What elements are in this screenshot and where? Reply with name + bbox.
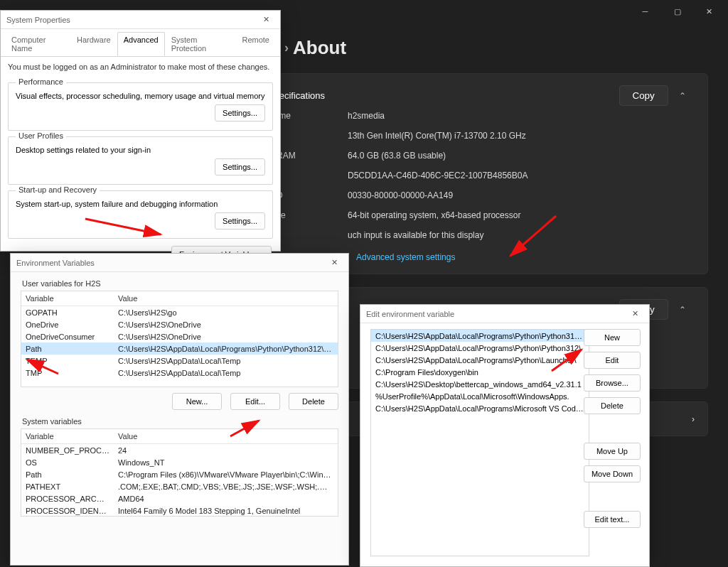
table-row[interactable]: OneDrive C:\Users\H2S\OneDrive <box>21 318 338 330</box>
list-item[interactable]: C:\Users\H2S\AppData\Local\Programs\Pyth… <box>371 342 589 354</box>
var-name: PROCESSOR_ARCHITECTU... <box>21 492 114 504</box>
var-name: OneDriveConsumer <box>21 330 114 342</box>
table-row[interactable]: PATHEXT .COM;.EXE;.BAT;.CMD;.VBS;.VBE;.J… <box>21 480 338 492</box>
environment-variables-dialog: Environment Variables ✕ User variables f… <box>10 253 349 566</box>
table-row[interactable]: PROCESSOR_IDENTIFIER Intel64 Family 6 Mo… <box>21 504 338 517</box>
group-legend: Start-up and Recovery <box>16 185 100 194</box>
list-item[interactable]: C:\Users\H2S\Desktop\bettercap_windows_a… <box>371 378 589 390</box>
close-icon[interactable]: ✕ <box>693 1 725 22</box>
var-name: TMP <box>21 367 114 379</box>
tab-system-protection[interactable]: System Protection <box>165 32 236 56</box>
sys-vars-table[interactable]: Variable Value NUMBER_OF_PROCESSORS 24OS… <box>21 428 338 517</box>
profiles-settings-button[interactable]: Settings... <box>215 158 265 176</box>
chevron-right-icon: › <box>284 40 289 55</box>
var-value: Intel64 Family 6 Model 183 Stepping 1, G… <box>114 504 338 517</box>
edit-entry-button[interactable]: Edit <box>584 352 641 369</box>
user-vars-label: User variables for H2S <box>11 272 348 291</box>
var-name: TEMP <box>21 355 114 367</box>
minimize-icon[interactable]: ─ <box>629 1 661 22</box>
group-legend: Performance <box>16 77 66 86</box>
list-item[interactable]: C:\Users\H2S\AppData\Local\Programs\Micr… <box>371 402 589 414</box>
spec-label <box>269 230 348 240</box>
user-profiles-group: User Profiles Desktop settings related t… <box>8 136 273 185</box>
spec-value: uch input is available for this display <box>348 230 483 240</box>
list-item[interactable]: C:\Users\H2S\AppData\Local\Programs\Pyth… <box>371 354 589 366</box>
about-heading: About <box>293 37 346 59</box>
spec-row: name h2smedia <box>269 106 695 126</box>
move-up-button[interactable]: Move Up <box>584 443 641 460</box>
spec-row: d RAM 64.0 GB (63.8 GB usable) <box>269 146 695 166</box>
delete-entry-button[interactable]: Delete <box>584 397 641 414</box>
spec-label: name <box>269 111 348 121</box>
tab-hardware[interactable]: Hardware <box>70 32 117 56</box>
col-value[interactable]: Value <box>114 291 338 306</box>
var-name: NUMBER_OF_PROCESSORS <box>21 444 114 457</box>
close-icon[interactable]: ✕ <box>326 256 343 270</box>
var-value: C:\Users\H2S\AppData\Local\Temp <box>114 355 338 367</box>
table-row[interactable]: OS Windows_NT <box>21 456 338 468</box>
startup-settings-button[interactable]: Settings... <box>215 212 265 230</box>
table-row[interactable]: PROCESSOR_ARCHITECTU... AMD64 <box>21 492 338 504</box>
var-value: C:\Users\H2S\go <box>114 306 338 319</box>
advanced-system-settings-link[interactable]: Advanced system settings <box>356 252 455 262</box>
col-value[interactable]: Value <box>114 429 338 444</box>
spec-row: or 13th Gen Intel(R) Core(TM) i7-13700 2… <box>269 126 695 146</box>
dialog-title: Edit environment variable <box>366 310 454 318</box>
move-down-button[interactable]: Move Down <box>584 465 641 482</box>
spec-row: type 64-bit operating system, x64-based … <box>269 205 695 225</box>
admin-note: You must be logged on as an Administrato… <box>1 57 280 77</box>
table-row[interactable]: TMP C:\Users\H2S\AppData\Local\Temp <box>21 367 338 379</box>
dialog-title: Environment Variables <box>16 259 95 267</box>
table-row[interactable]: TEMP C:\Users\H2S\AppData\Local\Temp <box>21 355 338 367</box>
list-item[interactable]: C:\Users\H2S\AppData\Local\Programs\Pyth… <box>371 330 589 342</box>
list-item[interactable]: C:\Program Files\doxygen\bin <box>371 366 589 378</box>
close-icon[interactable]: ✕ <box>626 307 643 321</box>
var-name: PROCESSOR_IDENTIFIER <box>21 504 114 517</box>
tab-remote[interactable]: Remote <box>235 32 276 56</box>
performance-settings-button[interactable]: Settings... <box>215 104 265 122</box>
spec-label: or <box>269 131 348 141</box>
chevron-up-icon[interactable]: ⌃ <box>670 301 695 319</box>
edit-text-button[interactable]: Edit text... <box>584 511 641 528</box>
var-value: C:\Program Files (x86)\VMware\VMware Pla… <box>114 468 338 480</box>
spec-value: h2smedia <box>348 111 385 121</box>
spec-value: D5CDD1AA-C46D-406C-9EC2-1007B4856B0A <box>348 171 528 180</box>
new-entry-button[interactable]: New <box>584 329 641 346</box>
maximize-icon[interactable]: ▢ <box>661 1 693 22</box>
startup-group: Start-up and Recovery System start-up, s… <box>8 190 273 239</box>
table-row[interactable]: NUMBER_OF_PROCESSORS 24 <box>21 444 338 457</box>
user-vars-table[interactable]: Variable Value GOPATH C:\Users\H2S\goOne… <box>21 291 338 387</box>
path-entries-list[interactable]: C:\Users\H2S\AppData\Local\Programs\Pyth… <box>370 329 589 556</box>
chevron-up-icon[interactable]: ⌃ <box>670 87 695 105</box>
close-icon[interactable]: ✕ <box>257 13 274 27</box>
user-edit-button[interactable]: Edit... <box>230 393 280 410</box>
browse-entry-button[interactable]: Browse... <box>584 374 641 392</box>
var-name: OneDrive <box>21 318 114 330</box>
col-variable[interactable]: Variable <box>21 291 114 306</box>
table-row[interactable]: Path C:\Users\H2S\AppData\Local\Programs… <box>21 342 338 355</box>
var-name: GOPATH <box>21 306 114 319</box>
table-row[interactable]: OneDriveConsumer C:\Users\H2S\OneDrive <box>21 330 338 342</box>
var-value: C:\Users\H2S\OneDrive <box>114 318 338 330</box>
var-value: C:\Users\H2S\OneDrive <box>114 330 338 342</box>
table-row[interactable]: GOPATH C:\Users\H2S\go <box>21 306 338 319</box>
user-new-button[interactable]: New... <box>172 393 222 410</box>
dialog-title: System Properties <box>6 16 70 24</box>
var-value: C:\Users\H2S\AppData\Local\Programs\Pyth… <box>114 342 338 355</box>
var-value: 24 <box>114 444 338 457</box>
col-variable[interactable]: Variable <box>21 429 114 444</box>
startup-text: System start-up, system failure and debu… <box>16 200 265 208</box>
var-name: PATHEXT <box>21 480 114 492</box>
sysprops-tabs: Computer NameHardwareAdvancedSystem Prot… <box>1 29 280 57</box>
device-specs-card: specifications Copy ⌃ name h2smediaor 13… <box>256 73 708 274</box>
list-item[interactable]: %UserProfile%\AppData\Local\Microsoft\Wi… <box>371 390 589 402</box>
tab-computer-name[interactable]: Computer Name <box>5 32 70 56</box>
user-delete-button[interactable]: Delete <box>289 393 338 410</box>
copy-specs-button[interactable]: Copy <box>619 85 668 106</box>
tab-advanced[interactable]: Advanced <box>117 32 165 56</box>
table-row[interactable]: Path C:\Program Files (x86)\VMware\VMwar… <box>21 468 338 480</box>
spec-label: d RAM <box>269 151 348 161</box>
var-value: AMD64 <box>114 492 338 504</box>
spec-value: 13th Gen Intel(R) Core(TM) i7-13700 2.10… <box>348 131 526 141</box>
spec-value: 64.0 GB (63.8 GB usable) <box>348 151 446 161</box>
